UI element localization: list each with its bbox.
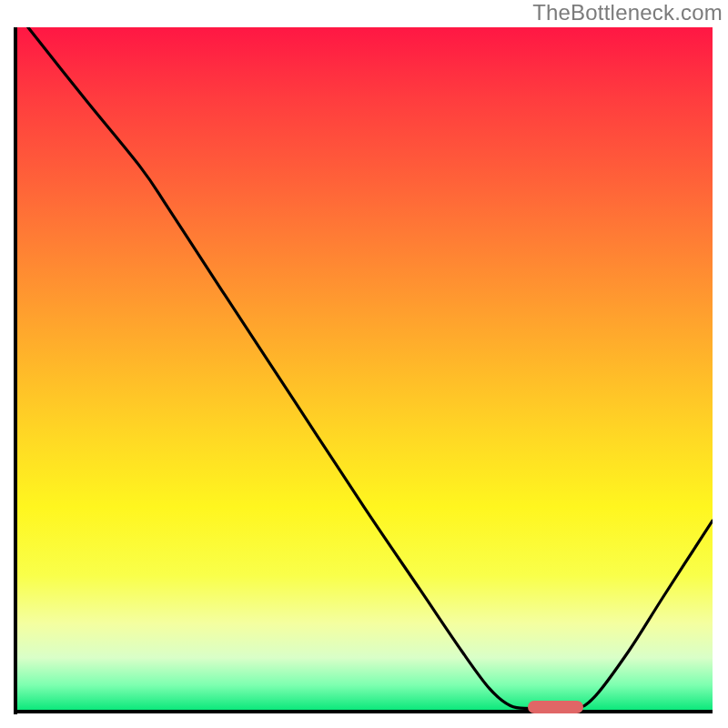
bottleneck-curve [15,27,713,713]
optimal-range-marker [528,701,583,713]
watermark-text: TheBottleneck.com [532,0,723,25]
bottleneck-chart: TheBottleneck.com [0,0,728,728]
